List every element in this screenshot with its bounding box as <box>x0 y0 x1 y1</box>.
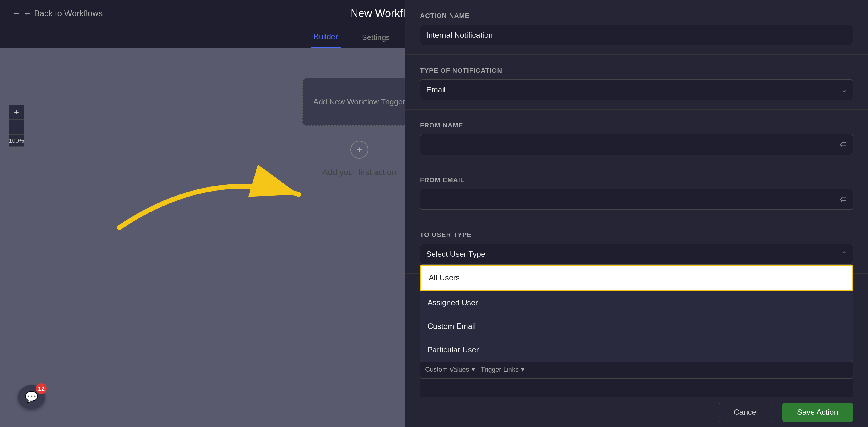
user-type-label: TO USER TYPE <box>420 231 853 239</box>
workflow-trigger-box[interactable]: Add New Workflow Trigger <box>303 78 416 126</box>
notification-type-value: Email <box>426 85 446 94</box>
from-email-label: FROM EMAIL <box>420 176 853 184</box>
from-email-section: FROM EMAIL 🏷 <box>405 164 868 219</box>
zoom-in-button[interactable]: + <box>9 105 24 120</box>
chevron-up-icon: ⌃ <box>841 250 847 258</box>
cancel-button[interactable]: Cancel <box>718 403 773 422</box>
plus-icon: + <box>356 144 362 155</box>
chat-badge-count: 12 <box>36 383 46 394</box>
tag-icon: 🏷 <box>840 140 847 149</box>
action-name-section: ACTION NAME Internal Notification <box>405 0 868 55</box>
annotation-arrow <box>90 138 329 257</box>
first-action-hint: Add your first action <box>322 168 396 177</box>
tab-settings[interactable]: Settings <box>359 33 393 48</box>
from-name-section: FROM NAME 🏷 <box>405 110 868 164</box>
chevron-down-icon: ⌄ <box>841 86 847 94</box>
user-type-menu: All Users Assigned User Custom Email Par… <box>420 264 853 362</box>
chevron-trigger-icon: ▾ <box>521 366 524 373</box>
right-panel: ACTION NAME Internal Notification TYPE O… <box>405 0 868 427</box>
zoom-controls: + − 100% <box>9 105 24 147</box>
dropdown-option-assigned-user[interactable]: Assigned User <box>420 291 853 314</box>
bottom-bar: Cancel Save Action <box>405 397 868 427</box>
chat-icon: 💬 <box>25 391 38 403</box>
dropdown-option-all-users[interactable]: All Users <box>420 265 853 291</box>
trigger-label: Add New Workflow Trigger <box>313 96 405 107</box>
notification-type-select[interactable]: Email ⌄ <box>420 79 853 100</box>
dropdown-option-particular-user[interactable]: Particular User <box>420 338 853 362</box>
action-name-value: Internal Notification <box>426 30 493 40</box>
action-name-label: ACTION NAME <box>420 12 853 20</box>
back-label[interactable]: ← Back to Workflows <box>23 9 103 18</box>
zoom-out-button[interactable]: − <box>9 120 24 135</box>
add-action-button[interactable]: + <box>350 141 368 159</box>
tag-icon-email: 🏷 <box>840 195 847 203</box>
zoom-level: 100% <box>9 135 24 147</box>
chevron-custom-icon: ▾ <box>472 366 475 373</box>
user-type-section: TO USER TYPE Select User Type ⌃ All User… <box>405 219 868 274</box>
save-action-button[interactable]: Save Action <box>782 403 853 422</box>
tab-builder[interactable]: Builder <box>311 32 341 48</box>
trigger-links-button[interactable]: Trigger Links ▾ <box>481 366 524 373</box>
dropdown-option-custom-email[interactable]: Custom Email <box>420 314 853 338</box>
back-button[interactable]: ← ← Back to Workflows <box>12 9 103 18</box>
user-type-placeholder: Select User Type <box>426 250 486 259</box>
from-name-input[interactable]: 🏷 <box>420 134 853 155</box>
from-email-input[interactable]: 🏷 <box>420 189 853 210</box>
notification-type-label: TYPE OF NOTIFICATION <box>420 67 853 75</box>
back-arrow-icon: ← <box>12 9 20 18</box>
custom-values-button[interactable]: Custom Values ▾ <box>425 366 475 373</box>
user-type-dropdown: Select User Type ⌃ All Users Assigned Us… <box>420 244 853 264</box>
chat-widget[interactable]: 💬 12 <box>18 385 45 409</box>
notification-type-section: TYPE OF NOTIFICATION Email ⌄ <box>405 55 868 110</box>
custom-values-row: Custom Values ▾ Trigger Links ▾ <box>420 361 853 378</box>
from-name-label: FROM NAME <box>420 121 853 129</box>
action-name-input[interactable]: Internal Notification <box>420 25 853 46</box>
user-type-trigger[interactable]: Select User Type ⌃ <box>420 244 853 264</box>
